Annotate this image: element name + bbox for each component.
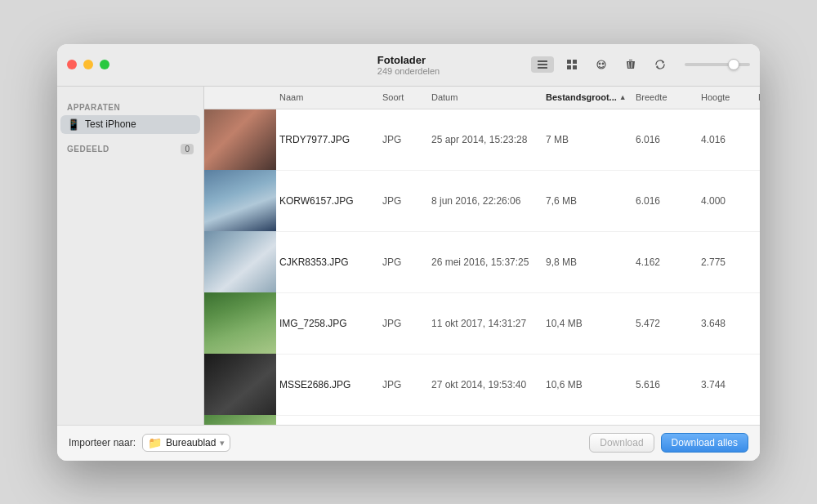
thumbnail (204, 292, 276, 354)
cell-naam: IMG_7258.JPG (276, 318, 382, 329)
cell-soort: JPG (382, 134, 431, 145)
sidebar-iphone-label: Test iPhone (85, 118, 136, 130)
svg-rect-6 (573, 65, 577, 69)
close-button[interactable] (67, 60, 77, 69)
main-layout: APPARATEN 📱 Test iPhone GEDEELD 0 Naam S… (57, 87, 760, 425)
titlebar-center: Fotolader 249 onderdelen (377, 54, 440, 76)
download-all-button[interactable]: Download alles (661, 433, 748, 453)
cell-naam: MSSE2686.JPG (276, 379, 382, 390)
face-detect-icon (595, 58, 608, 71)
svg-point-8 (599, 63, 600, 65)
cell-bestandsgrootte: 10,6 MB (546, 379, 636, 390)
bottombar: Importeer naar: 📁 Bureaublad ▾ Download … (57, 425, 760, 461)
window-title: Fotolader (377, 54, 440, 66)
cell-hoogte: 4.000 (701, 195, 758, 207)
list-icon (536, 58, 549, 71)
zoom-slider[interactable] (685, 63, 750, 66)
face-detect-button[interactable] (590, 56, 613, 73)
cell-datum: 26 mei 2016, 15:37:25 (431, 256, 546, 268)
svg-point-9 (602, 63, 604, 65)
rotate-button[interactable] (649, 56, 672, 73)
folder-icon: 📁 (148, 436, 162, 449)
import-folder-name: Bureaublad (166, 437, 216, 448)
trash-button[interactable] (619, 56, 642, 73)
cell-breedte: 6.016 (636, 134, 701, 145)
cell-datum: 25 apr 2014, 15:23:28 (431, 134, 546, 145)
cell-soort: JPG (382, 379, 431, 390)
cell-datum: 8 jun 2016, 22:26:06 (431, 195, 546, 207)
table-row[interactable]: TRDY7977.JPG JPG 25 apr 2014, 15:23:28 7… (204, 109, 760, 171)
table-row[interactable]: MSSE2686.JPG JPG 27 okt 2014, 19:53:40 1… (204, 355, 760, 416)
sidebar-gedeeld-badge: 0 (181, 144, 194, 154)
minimize-button[interactable] (83, 60, 93, 69)
chevron-down-icon: ▾ (220, 438, 225, 448)
maximize-button[interactable] (100, 60, 109, 69)
th-breedte[interactable]: Breedte (636, 92, 701, 102)
table-row[interactable]: IMG_7258.JPG JPG 11 okt 2017, 14:31:27 1… (204, 293, 760, 355)
cell-breedte: 4.162 (636, 256, 701, 268)
cell-hoogte: 3.648 (701, 318, 758, 329)
cell-breedte: 5.616 (636, 379, 701, 390)
cell-bestandsgrootte: 10,4 MB (546, 318, 636, 329)
cell-naam: TRDY7977.JPG (276, 134, 382, 145)
titlebar: Fotolader 249 onderdelen (57, 44, 760, 87)
window-subtitle: 249 onderdelen (377, 66, 440, 76)
toolbar (531, 56, 750, 73)
cell-naam: KORW6157.JPG (276, 195, 382, 207)
content-area: Naam Soort Datum Bestandsgroot... ▲ Bree… (204, 87, 760, 425)
cell-breedte: 5.472 (636, 318, 701, 329)
thumbnail (204, 231, 276, 292)
sidebar-section-gedeeld: GEDEELD (67, 145, 109, 154)
svg-rect-1 (538, 64, 547, 65)
th-datum[interactable]: Datum (431, 92, 546, 102)
traffic-lights (67, 60, 109, 69)
cell-hoogte: 3.744 (701, 379, 758, 390)
sidebar: APPARATEN 📱 Test iPhone GEDEELD 0 (57, 87, 204, 425)
cell-datum: 11 okt 2017, 14:31:27 (431, 318, 546, 329)
sidebar-item-iphone[interactable]: 📱 Test iPhone (60, 115, 200, 134)
cell-datum: 27 okt 2014, 19:53:40 (431, 379, 546, 390)
table-header: Naam Soort Datum Bestandsgroot... ▲ Bree… (204, 87, 760, 109)
table-row[interactable]: KORW6157.JPG JPG 8 jun 2016, 22:26:06 7,… (204, 171, 760, 232)
sort-arrow: ▲ (619, 93, 627, 101)
rotate-icon (654, 58, 667, 71)
th-naam[interactable]: Naam (276, 92, 382, 102)
trash-icon (624, 58, 637, 71)
thumbnail (204, 109, 276, 171)
svg-rect-3 (567, 60, 571, 64)
thumbnail (204, 354, 276, 415)
sidebar-gedeeld-row: GEDEELD 0 (57, 140, 203, 158)
download-button[interactable]: Download (589, 433, 654, 453)
table-body: TRDY7977.JPG JPG 25 apr 2014, 15:23:28 7… (204, 109, 760, 425)
cell-soort: JPG (382, 195, 431, 207)
thumbnail (204, 170, 276, 231)
zoom-slider-container (685, 63, 750, 66)
svg-rect-2 (538, 67, 547, 69)
table-row[interactable]: SZFC8407.JPG JPG 22 jul 2013, 09:41:30 1… (204, 416, 760, 425)
svg-rect-4 (573, 60, 577, 64)
grid-icon (565, 58, 578, 71)
th-soort[interactable]: Soort (382, 92, 431, 102)
table-row[interactable]: CJKR8353.JPG JPG 26 mei 2016, 15:37:25 9… (204, 232, 760, 293)
th-bestandsgrootte[interactable]: Bestandsgroot... ▲ (546, 92, 636, 102)
list-view-button[interactable] (531, 56, 554, 73)
cell-hoogte: 2.775 (701, 256, 758, 268)
iphone-icon: 📱 (67, 118, 80, 131)
cell-bestandsgrootte: 7,6 MB (546, 195, 636, 207)
sidebar-section-apparaten: APPARATEN (57, 100, 203, 115)
cell-hoogte: 4.016 (701, 134, 758, 145)
th-hoogte[interactable]: Hoogte (701, 92, 758, 102)
import-label: Importeer naar: (69, 437, 136, 448)
import-destination-select[interactable]: 📁 Bureaublad ▾ (142, 434, 230, 452)
th-locatie[interactable]: Locatie (758, 92, 760, 102)
cell-breedte: 6.016 (636, 195, 701, 207)
app-window: Fotolader 249 onderdelen (57, 44, 760, 461)
svg-rect-0 (538, 60, 547, 62)
cell-bestandsgrootte: 7 MB (546, 134, 636, 145)
cell-bestandsgrootte: 9,8 MB (546, 256, 636, 268)
thumbnail (204, 415, 276, 425)
svg-rect-5 (567, 65, 571, 69)
cell-soort: JPG (382, 256, 431, 268)
grid-view-button[interactable] (560, 56, 583, 73)
cell-naam: CJKR8353.JPG (276, 256, 382, 268)
